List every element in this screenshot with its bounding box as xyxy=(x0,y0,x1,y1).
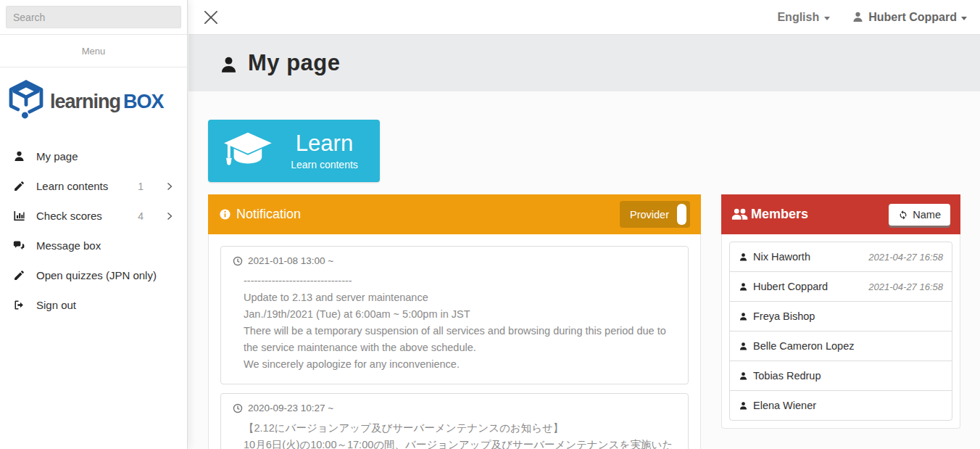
sidebar-item-label: Open quizzes (JPN only) xyxy=(36,269,157,281)
member-row[interactable]: Tobias Redrup xyxy=(729,361,952,391)
member-row[interactable]: Hubert Coppard 2021-04-27 16:58 xyxy=(729,271,952,302)
members-header: Members Name xyxy=(721,194,960,234)
members-list: Nix Haworth 2021-04-27 16:58 Hubert Copp… xyxy=(721,234,960,429)
member-row[interactable]: Belle Cameron Lopez xyxy=(729,331,952,361)
sort-by-name-button[interactable]: Name xyxy=(889,204,950,226)
notification-panel: Notification Provider 2021-01-08 13:00 xyxy=(208,194,701,449)
sidebar-item-learn-contents[interactable]: Learn contents 1 xyxy=(0,171,187,201)
search-input[interactable] xyxy=(6,6,181,28)
sidebar-item-message-box[interactable]: Message box xyxy=(0,231,187,260)
member-row[interactable]: Elena Wiener xyxy=(729,390,952,421)
notification-item: 2020-09-23 10:27 ~ 【2.12にバージョンアップ及びサーバーメ… xyxy=(220,393,689,449)
comments-icon xyxy=(13,239,26,252)
provider-toggle-label: Provider xyxy=(630,209,669,221)
sidebar-nav: My page Learn contents 1 Check scores 4 xyxy=(0,134,187,320)
provider-toggle[interactable]: Provider xyxy=(620,201,690,228)
content: Learn Learn contents Notification Provid… xyxy=(188,91,980,449)
pencil-icon xyxy=(13,180,26,192)
sidebar-item-label: Sign out xyxy=(36,299,76,311)
logo-cube-icon xyxy=(7,79,45,124)
user-icon xyxy=(219,55,238,75)
member-name: Belle Cameron Lopez xyxy=(739,340,854,352)
sidebar-item-my-page[interactable]: My page xyxy=(0,141,187,171)
clock-icon xyxy=(233,403,243,413)
sidebar-item-check-scores[interactable]: Check scores 4 xyxy=(0,201,187,231)
caret-down-icon xyxy=(824,17,830,20)
chevron-right-icon xyxy=(165,211,174,221)
search-bar xyxy=(0,0,187,34)
page-header: My page xyxy=(188,35,980,91)
main-area: English Hubert Coppard My page xyxy=(188,0,980,449)
clock-icon xyxy=(233,256,243,266)
sidebar-item-label: Learn contents xyxy=(36,180,108,192)
members-title: Members xyxy=(731,207,808,222)
sidebar-item-sign-out[interactable]: Sign out xyxy=(0,290,187,320)
notification-date: 2021-01-08 13:00 ~ xyxy=(233,255,676,266)
sidebar-item-label: Check scores xyxy=(36,210,102,222)
member-name: Tobias Redrup xyxy=(739,370,821,382)
learn-card-title: Learn xyxy=(296,131,353,156)
logo-wordmark: learningBOX xyxy=(50,91,164,113)
user-icon xyxy=(739,401,748,411)
user-icon xyxy=(739,252,748,262)
user-icon xyxy=(852,11,864,23)
language-dropdown[interactable]: English xyxy=(777,11,830,24)
learn-card[interactable]: Learn Learn contents xyxy=(208,120,380,182)
member-timestamp: 2021-04-27 16:58 xyxy=(868,281,943,292)
menu-label: Menu xyxy=(0,34,187,67)
user-name-label: Hubert Coppard xyxy=(868,11,957,24)
members-panel: Members Name Nix Haworth xyxy=(721,194,960,429)
graduation-cap-icon xyxy=(218,130,275,172)
member-timestamp: 2021-04-27 16:58 xyxy=(868,252,943,263)
user-icon xyxy=(739,342,748,351)
chevron-right-icon xyxy=(165,181,174,191)
notification-date: 2020-09-23 10:27 ~ xyxy=(233,403,676,413)
notification-body: 2021-01-08 13:00 ~ ---------------------… xyxy=(208,234,701,449)
users-group-icon xyxy=(731,207,749,221)
member-row[interactable]: Freya Bishop xyxy=(729,301,952,331)
notification-title: Notification xyxy=(219,207,301,222)
user-icon xyxy=(13,150,26,162)
notification-item: 2021-01-08 13:00 ~ ---------------------… xyxy=(220,246,689,384)
sidebar-item-open-quizzes[interactable]: Open quizzes (JPN only) xyxy=(0,260,187,290)
learn-card-text: Learn Learn contents xyxy=(275,131,374,170)
member-name: Hubert Coppard xyxy=(739,281,828,292)
item-count-badge: 4 xyxy=(138,210,144,222)
toggle-knob xyxy=(677,204,686,225)
member-row[interactable]: Nix Haworth 2021-04-27 16:58 xyxy=(729,242,952,272)
info-circle-icon xyxy=(219,208,231,221)
learningbox-logo[interactable]: learningBOX xyxy=(0,67,187,134)
pencil-icon xyxy=(13,269,26,281)
user-icon xyxy=(739,282,748,292)
member-name: Elena Wiener xyxy=(739,400,816,411)
sign-out-icon xyxy=(13,299,26,311)
page-title: My page xyxy=(248,50,341,76)
bar-chart-icon xyxy=(13,210,26,222)
topbar: English Hubert Coppard xyxy=(188,0,980,35)
member-name: Freya Bishop xyxy=(739,310,815,322)
notification-header: Notification Provider xyxy=(208,194,701,234)
sidebar-item-label: Message box xyxy=(36,239,101,252)
language-label: English xyxy=(777,11,819,24)
item-count-badge: 1 xyxy=(138,181,144,192)
notification-text: 【2.12にバージョンアップ及びサーバーメンテナンスのお知らせ】 10月6日(火… xyxy=(244,420,676,449)
member-name: Nix Haworth xyxy=(739,251,810,263)
sidebar-item-label: My page xyxy=(36,150,78,162)
user-dropdown[interactable]: Hubert Coppard xyxy=(852,11,967,24)
refresh-icon xyxy=(898,210,908,220)
notification-text: ------------------------------- Update t… xyxy=(244,273,676,372)
sidebar: Menu learningBOX My page Learn contents xyxy=(0,0,188,449)
close-icon[interactable] xyxy=(202,8,220,27)
learn-card-subtitle: Learn contents xyxy=(291,159,358,170)
user-icon xyxy=(739,371,748,381)
caret-down-icon xyxy=(961,17,967,20)
user-icon xyxy=(739,312,748,321)
